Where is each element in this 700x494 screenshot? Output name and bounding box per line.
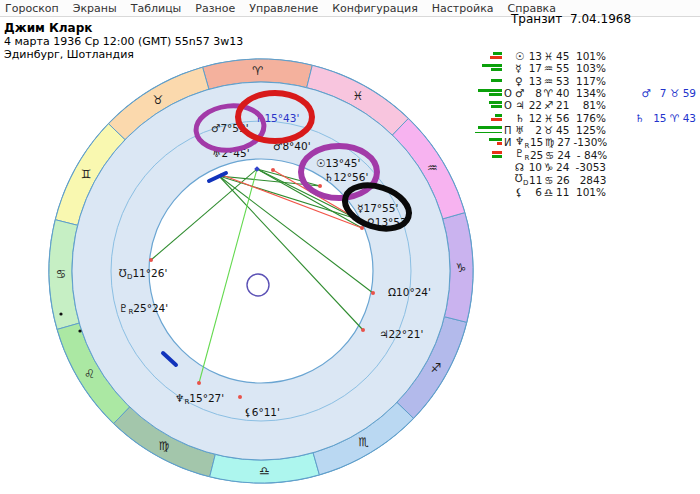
zodiac-glyph-aquarius-icon: ♒: [427, 161, 438, 175]
aspect-endpoint-dot: [238, 395, 242, 399]
position-minutes: 40: [555, 87, 570, 99]
zodiac-sign-icon: ♍: [543, 136, 556, 148]
planet-row: ℧D11♋262843: [478, 174, 700, 186]
strength-value: 2843: [570, 174, 606, 186]
strength-bars: [478, 149, 502, 161]
position-degrees: 25: [529, 149, 543, 161]
planet-glyph-icon: ☉: [515, 50, 528, 62]
zodiac-glyph-leo-icon: ♌: [84, 367, 95, 381]
chart-title-block: Джим Кларк 4 марта 1936 Ср 12:00 (GMT) 5…: [4, 21, 243, 61]
position-minutes: 45: [555, 50, 570, 62]
zodiac-sign-icon: ♑: [542, 161, 555, 173]
strength-value: 81%: [570, 99, 606, 111]
aspect-mark: O: [502, 100, 515, 111]
zodiac-sign-icon: ♈: [542, 87, 555, 99]
strength-bars: [478, 186, 502, 198]
strength-value: - 84%: [571, 149, 607, 161]
zodiac-sign-icon: ♓: [542, 112, 555, 124]
planet-row: П♅2♉45125%: [478, 124, 700, 136]
position-degrees: 15: [529, 136, 543, 148]
transit-date: 7.04.1968: [570, 12, 631, 26]
aspect-endpoint-dot: [318, 184, 322, 188]
natal-pluto-label: ♇R25°24': [119, 302, 168, 316]
transit-position: ♄15 ♈ 43: [606, 112, 700, 124]
zodiac-glyph-scorpio-icon: ♏: [359, 435, 370, 449]
strength-bars: [478, 62, 502, 74]
planet-glyph-icon: ⚸: [515, 186, 528, 198]
position-degrees: 13: [528, 75, 542, 87]
chart-name: Джим Кларк: [4, 21, 243, 35]
zodiac-sign-icon: ♎: [542, 186, 555, 198]
position-degrees: 17: [528, 62, 542, 74]
zodiac-sign-icon: ♒: [542, 75, 555, 87]
planet-row: ☉13♓45101%: [478, 50, 700, 62]
planet-glyph-icon: ♂: [515, 87, 528, 99]
zodiac-glyph-taurus-icon: ♉: [153, 93, 164, 107]
transit-position: ♂7 ♉ 59: [606, 87, 700, 99]
strength-bars: [478, 136, 502, 148]
planet-glyph-icon: ♇R: [515, 147, 529, 162]
ring-dot-marker: [59, 312, 62, 315]
aspect-endpoint-dot: [149, 258, 153, 262]
zodiac-glyph-pisces-icon: ♓: [353, 89, 364, 103]
strength-bars: [478, 99, 502, 111]
planet-row: ♄12♓56176%♄15 ♈ 43: [478, 112, 700, 124]
chart-place: Эдинбург, Шотландия: [4, 48, 243, 61]
strength-value: 101%: [570, 186, 606, 198]
planet-glyph-icon: ☿: [515, 62, 528, 74]
aspect-endpoint-dot: [360, 226, 364, 230]
position-degrees: 8: [528, 87, 542, 99]
strength-value: 103%: [570, 62, 606, 74]
position-minutes: 24: [555, 161, 570, 173]
position-minutes: 26: [555, 174, 570, 186]
zodiac-sign-icon: ♓: [542, 50, 555, 62]
planet-glyph-icon: ℧D: [515, 172, 528, 187]
strength-bars: [478, 112, 502, 124]
strength-value: -130%: [571, 136, 607, 148]
transit-label: Транзит: [511, 12, 562, 26]
strength-bars: [478, 124, 502, 136]
wheel-inner-circle: [149, 159, 373, 383]
planet-row: И♆R15♍27-130%: [478, 136, 700, 148]
position-minutes: 24: [556, 149, 571, 161]
natal-mercury-label: ☿17°55': [357, 202, 398, 214]
transit-planet-glyph-icon: ♄: [635, 112, 644, 124]
position-minutes: 55: [555, 62, 570, 74]
natal-lilith-label: ⚸6°11': [244, 406, 280, 418]
zodiac-sign-icon: ♋: [542, 174, 555, 186]
position-minutes: 21: [555, 99, 570, 111]
strength-value: 125%: [570, 124, 606, 136]
aspect-mark: O: [502, 88, 515, 99]
strength-bars: [478, 161, 502, 173]
north-node-label: Ω10°24': [388, 286, 431, 298]
ring-dot-marker: [78, 329, 81, 332]
aspect-endpoint-dot: [271, 168, 275, 172]
aspect-endpoint-dot: [371, 291, 375, 295]
zodiac-glyph-capricorn-icon: ♑: [456, 261, 467, 275]
transit-position-value: 15 ♈ 43: [653, 112, 696, 124]
strength-value: 134%: [570, 87, 606, 99]
position-degrees: 10: [528, 161, 542, 173]
position-minutes: 27: [556, 136, 571, 148]
position-degrees: 11: [528, 174, 542, 186]
zodiac-sign-icon: ♐: [542, 99, 555, 111]
strength-bars: [478, 75, 502, 87]
natal-saturn-label: ♄12°56': [324, 171, 368, 183]
planet-row: ♇R25♋24- 84%: [478, 149, 700, 161]
transit-position-value: 7 ♉ 59: [660, 87, 696, 99]
planet-glyph-icon: ♃: [515, 99, 528, 111]
zodiac-sign-icon: ♋: [543, 149, 556, 161]
strength-bars: [478, 87, 502, 99]
planet-row: O♂8♈40134%♂7 ♉ 59: [478, 87, 700, 99]
aspect-endpoint-dot: [197, 381, 201, 385]
planet-row: ☊10♑24-3053: [478, 161, 700, 173]
position-degrees: 2: [528, 124, 542, 136]
position-minutes: 53: [555, 75, 570, 87]
zodiac-glyph-libra-icon: ♎: [259, 464, 270, 478]
strength-value: -3053: [570, 161, 606, 173]
position-minutes: 56: [555, 112, 570, 124]
strength-value: 117%: [570, 75, 606, 87]
chart-datetime: 4 марта 1936 Ср 12:00 (GMT) 55n57 3w13: [4, 35, 243, 48]
natal-sun-label: ☉13°45': [316, 157, 360, 169]
south-node-label: ℧D11°26': [119, 267, 167, 281]
